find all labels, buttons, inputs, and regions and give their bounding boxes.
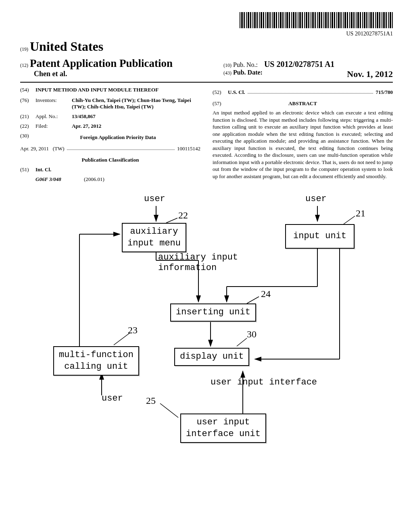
priority-country: (TW) [53,145,65,152]
user-input-interface-label: user input interface [211,377,317,387]
filed-value: Apr. 27, 2012 [72,123,200,129]
svg-line-2 [166,218,177,223]
ref-24: 24 [261,289,271,299]
svg-line-3 [344,216,355,224]
author-line: Chen et al. [34,70,223,78]
barcode-area: US 20120278751A1 [20,12,393,37]
ref-23: 23 [128,325,138,336]
dot-leader [67,145,175,150]
intcl-year: (2006.01) [84,176,104,183]
country-name: United States [30,39,103,54]
pubdate-label: Pub. Date: [233,69,263,76]
svg-line-10 [247,297,259,303]
filed-label: Filed: [35,123,72,129]
pubno-label: Pub. No.: [233,61,258,68]
aux-input-info-label: auxiliary input information [158,252,238,274]
box-auxiliary-input-menu: auxiliary input menu [122,223,186,252]
abstract-heading: ABSTRACT [213,100,393,107]
svg-line-21 [160,403,178,418]
diagram-user-label-1: user [144,194,165,204]
inventors-value: Chih-Yu Chen, Taipei (TW); Chun-Hao Tsen… [72,97,200,110]
ref-22: 22 [178,210,188,221]
invention-title: INPUT METHOD AND INPUT MODULE THEREOF [35,87,200,93]
pubclass-heading: Publication Classification [20,157,200,163]
priority-date: Apr. 29, 2011 [20,145,49,152]
box-input-unit: input unit [285,224,355,249]
abstract-num: (57) [213,100,221,106]
country-num: (19) [20,46,28,52]
barcode-graphic [240,12,393,28]
ref-30: 30 [247,329,257,340]
abstract-text: An input method applied to an electronic… [213,109,393,180]
intcl-num: (51) [20,166,35,173]
diagram-user-label-3: user [102,393,123,403]
box-display-unit: display unit [174,348,249,366]
box-user-input-interface-unit: user input interface unit [180,414,266,443]
svg-line-13 [237,338,247,346]
filed-num: (22) [20,123,35,129]
svg-line-12 [114,333,130,345]
appl-label: Appl. No.: [35,113,72,120]
figure-diagram: user user 22 21 auxiliary input menu inp… [41,194,372,444]
ref-21: 21 [356,208,365,219]
pub-type: Patent Application Publication [30,57,173,69]
inventors-label: Inventors: [35,97,72,110]
priority-num: (30) [20,133,35,142]
intcl-code: G06F 3/048 [35,176,84,183]
ref-25: 25 [146,395,156,406]
intcl-label: Int. Cl. [35,166,51,173]
uscl-num: (52) [213,89,228,96]
pubdate-num: (43) [223,70,232,76]
uscl-value: 715/780 [375,89,393,96]
pubno-value: US 2012/0278751 A1 [264,60,334,69]
pubdate-value: Nov. 1, 2012 [347,69,393,79]
diagram-user-label-2: user [305,194,327,204]
barcode-text: US 20120278751A1 [20,31,393,37]
dot-leader-2 [248,89,373,94]
priority-heading: Foreign Application Priority Data [35,134,200,141]
box-inserting-unit: inserting unit [170,303,256,322]
appl-num: (21) [20,113,35,120]
uscl-label: U.S. Cl. [228,89,245,96]
pubno-num: (10) [223,62,232,68]
title-num: (54) [20,87,35,93]
priority-appno: 100115142 [177,145,200,152]
inventors-num: (76) [20,97,35,110]
box-multifunction-calling-unit: multi-function calling unit [53,346,139,376]
pub-type-num: (12) [20,62,28,68]
appl-value: 13/458,867 [72,113,200,120]
